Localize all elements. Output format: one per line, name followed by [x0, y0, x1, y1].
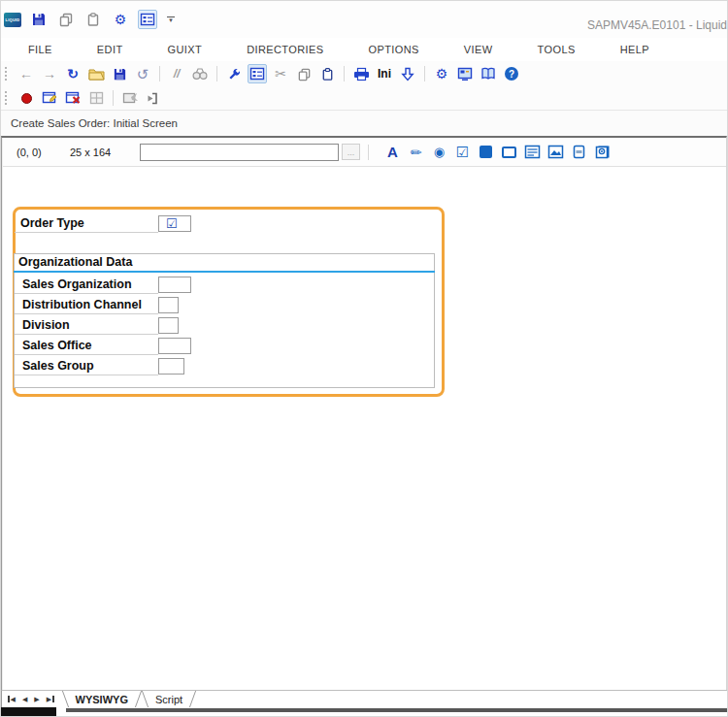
toolbar-grip[interactable] [4, 90, 9, 106]
copy-button[interactable] [294, 64, 314, 83]
cut-button[interactable]: ✂ [271, 64, 290, 83]
viewer-tool-button[interactable] [593, 143, 612, 161]
last-bar [52, 696, 54, 702]
adjust-button[interactable] [224, 64, 244, 83]
menu-options[interactable]: OPTIONS [369, 41, 419, 58]
group-title-rule [14, 271, 435, 273]
delete-screen-button[interactable] [63, 88, 83, 108]
download-arrow-icon [401, 67, 414, 81]
field-underline [15, 375, 158, 375]
settings-button[interactable]: ⚙ [111, 10, 130, 29]
refresh-icon: ↻ [67, 67, 79, 81]
browse-button[interactable]: ... [342, 144, 360, 160]
field-underline [15, 313, 158, 314]
exit-button[interactable] [144, 88, 163, 108]
title-bar: LIQUID [1, 1, 727, 38]
run-screen-button[interactable] [120, 88, 140, 108]
notes-box-icon [524, 145, 541, 159]
back-button[interactable]: ← [17, 64, 36, 83]
run-screen-icon [122, 91, 139, 105]
tab-script-label: Script [155, 694, 182, 705]
pencil-tool-button[interactable]: ✏ [407, 143, 425, 161]
empty-box-icon [502, 147, 516, 158]
exit-bracket-icon [147, 92, 160, 105]
menu-edit[interactable]: EDIT [97, 41, 123, 58]
scissors-icon: ✂ [275, 67, 286, 81]
textbox-tool-button[interactable] [523, 143, 542, 161]
refresh-button[interactable]: ↻ [63, 64, 83, 83]
copy-button[interactable] [56, 10, 76, 29]
division-label: Division [22, 318, 70, 332]
chevron-down-icon: ▼ [168, 18, 174, 22]
screen-view-button[interactable] [248, 64, 267, 83]
find-button[interactable] [190, 64, 210, 83]
edit-screen-button[interactable] [40, 88, 59, 108]
clipboard-icon [320, 67, 335, 81]
copy-icon [58, 12, 74, 27]
sales-office-label: Sales Office [22, 339, 92, 352]
first-tab-button[interactable]: ◀ [8, 696, 16, 703]
comment-button[interactable]: // [167, 64, 186, 83]
division-input[interactable] [158, 317, 179, 334]
paste-button[interactable] [317, 64, 337, 83]
save-button[interactable] [29, 10, 49, 29]
gear-icon: ⚙ [436, 67, 448, 81]
screen-options-button[interactable] [455, 64, 475, 83]
designer-toolbar: A ✏ ◉ ☑ [383, 143, 612, 161]
window-delete-icon [65, 91, 82, 106]
tab-script[interactable]: Script [142, 691, 196, 707]
print-button[interactable] [351, 64, 371, 83]
radio-button-icon: ◉ [434, 145, 445, 159]
ini-button[interactable]: Ini [375, 64, 394, 83]
menu-help[interactable]: HELP [620, 41, 649, 58]
radio-tool-button[interactable]: ◉ [430, 143, 448, 161]
menu-file[interactable]: FILE [28, 41, 52, 58]
element-value-input[interactable] [140, 144, 339, 161]
record-button[interactable] [17, 88, 36, 108]
help-button[interactable]: ? [502, 64, 521, 83]
paste-button[interactable] [83, 10, 103, 29]
undo-button[interactable]: ↺ [133, 64, 152, 83]
open-button[interactable] [86, 64, 106, 83]
checkbox-glyph: ☑ [166, 217, 178, 230]
toolbar-separator [216, 66, 217, 81]
download-button[interactable] [398, 64, 417, 83]
ini-label: Ini [378, 67, 391, 81]
toolbar-separator [159, 66, 160, 81]
layout-view-button[interactable] [138, 10, 157, 29]
last-tab-button[interactable]: ▶ [47, 696, 54, 703]
menu-tools[interactable]: TOOLS [538, 41, 576, 58]
qat-customize-button[interactable]: ▼ [165, 16, 177, 23]
next-tab-button[interactable]: ▶ [34, 696, 39, 703]
menu-guixt[interactable]: GUIXT [168, 41, 203, 58]
grid-button[interactable] [86, 88, 106, 108]
pushbutton-tool-button[interactable] [570, 143, 588, 161]
forward-button[interactable]: → [40, 64, 59, 83]
distribution-channel-input[interactable] [158, 297, 179, 313]
options-button[interactable]: ⚙ [432, 64, 451, 83]
tab-wysiwyg[interactable]: WYSIWYG [62, 691, 142, 707]
box-tool-button[interactable] [477, 143, 495, 161]
save-file-button[interactable] [110, 64, 129, 83]
prev-tab-button[interactable]: ◀ [22, 696, 27, 703]
image-tool-button[interactable] [546, 143, 565, 161]
book-icon [480, 67, 496, 81]
group-title: Organizational Data [18, 255, 132, 269]
toolbar-separator [113, 90, 114, 106]
screen-title: Create Sales Order: Initial Screen [11, 117, 178, 129]
toolbar-grip[interactable] [4, 66, 9, 81]
menu-directories[interactable]: DIRECTORIES [247, 41, 323, 58]
menu-view[interactable]: VIEW [464, 41, 493, 58]
sales-organization-input[interactable] [158, 277, 191, 293]
window-title: SAPMV45A.E0101 - Liquid [587, 18, 727, 32]
tab-wysiwyg-label: WYSIWYG [76, 694, 128, 705]
help-icon: ? [505, 67, 518, 81]
text-tool-button[interactable]: A [383, 143, 402, 161]
docs-button[interactable] [479, 64, 498, 83]
groupbox-tool-button[interactable] [500, 143, 518, 161]
order-type-input[interactable]: ☑ [158, 215, 191, 232]
forward-arrow-icon: → [43, 67, 56, 81]
sales-group-input[interactable] [158, 358, 184, 375]
sales-office-input[interactable] [158, 338, 191, 354]
checkbox-tool-button[interactable]: ☑ [453, 143, 472, 161]
